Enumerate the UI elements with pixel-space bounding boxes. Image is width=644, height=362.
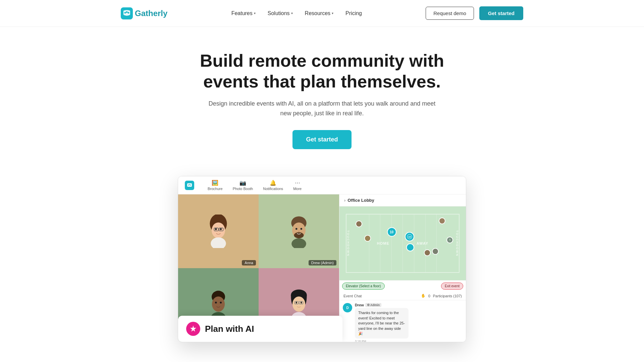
nav-solutions[interactable]: Solutions ▾ [268, 10, 293, 16]
plan-ai-banner[interactable]: Plan with AI [178, 316, 342, 342]
navbar: Gatherly Features ▾ Solutions ▾ Resource… [0, 0, 644, 27]
request-demo-button[interactable]: Request demo [426, 7, 474, 20]
app-nav-notifications[interactable]: 🔔 Notifications [263, 180, 283, 191]
player-group-big: 10 [405, 232, 414, 241]
chat-section: Event Chat ✋ 0 Participants (107) D [339, 292, 466, 342]
svg-point-5 [188, 184, 189, 185]
video-cell-drew: Drew (Admin) [259, 194, 339, 268]
nav-links: Features ▾ Solutions ▾ Resources ▾ Prici… [231, 10, 362, 16]
chat-messages: D Drew ⚙ Admin Thanks for coming to the [339, 300, 466, 342]
plan-ai-icon [186, 322, 200, 336]
app-logo [185, 181, 194, 190]
anna-avatar [205, 215, 232, 248]
elevator-button[interactable]: Elevator (Select a floor) [342, 283, 385, 290]
player-avatar-1 [356, 221, 362, 227]
app-nav-items: 🖼️ Brochure 📷 Photo Booth 🔔 Notification… [208, 180, 302, 191]
chevron-down-icon: ▾ [291, 11, 293, 15]
video-cell-anna: Anna [178, 194, 259, 268]
hand-count: 0 [428, 294, 430, 298]
photo-booth-icon: 📷 [239, 180, 246, 186]
brochure-icon: 🖼️ [212, 180, 218, 186]
svg-point-3 [128, 12, 129, 13]
svg-point-23 [212, 297, 225, 312]
drew-chat-content: Drew ⚙ Admin Thanks for coming to the ev… [355, 303, 409, 342]
event-chat-label: Event Chat [343, 294, 362, 298]
get-started-nav-button[interactable]: Get started [479, 6, 523, 20]
app-nav-more[interactable]: ⋯ More [293, 180, 302, 191]
chat-message-drew: D Drew ⚙ Admin Thanks for coming to the [343, 303, 463, 342]
nav-features[interactable]: Features ▾ [231, 10, 256, 16]
svg-point-15 [211, 238, 226, 248]
home-label: HOME [377, 241, 389, 245]
logo[interactable]: Gatherly [121, 7, 167, 19]
mockup-container: 🖼️ Brochure 📷 Photo Booth 🔔 Notification… [0, 163, 644, 342]
svg-point-20 [301, 228, 302, 230]
player-avatar-4 [439, 218, 445, 224]
app-mockup: 🖼️ Brochure 📷 Photo Booth 🔔 Notification… [178, 176, 466, 342]
more-icon: ⋯ [295, 180, 300, 186]
app-topbar: 🖼️ Brochure 📷 Photo Booth 🔔 Notification… [178, 176, 466, 194]
nav-resources[interactable]: Resources ▾ [305, 10, 333, 16]
anna-label: Anna [242, 260, 256, 265]
svg-point-28 [292, 297, 305, 312]
exit-event-button[interactable]: Exit event [441, 283, 463, 290]
football-field: TOUCHDOWN HOME AWAY TOUCHDOWN [339, 206, 466, 280]
drew-chat-name: Drew ⚙ Admin [355, 303, 409, 307]
chat-header: Event Chat ✋ 0 Participants (107) [339, 292, 466, 300]
svg-point-1 [124, 12, 126, 13]
brand-name: Gatherly [135, 9, 167, 18]
player-avatar-teal [406, 243, 414, 251]
notifications-icon: 🔔 [270, 180, 276, 186]
player-avatar-2 [364, 235, 371, 242]
svg-point-29 [296, 302, 297, 303]
gatherly-logo-icon [121, 7, 133, 19]
hand-raise-icon: ✋ [421, 294, 426, 298]
hero-title: Build remote community with events that … [171, 50, 473, 92]
app-nav-photo-booth[interactable]: 📷 Photo Booth [233, 180, 253, 191]
svg-point-11 [220, 228, 222, 230]
office-lobby-header: › Office Lobby [339, 194, 466, 206]
away-label: AWAY [417, 241, 428, 245]
admin-badge: ⚙ Admin [365, 303, 381, 307]
participants-label: Participants (107) [433, 294, 462, 298]
app-nav-brochure[interactable]: 🖼️ Brochure [208, 180, 223, 191]
drew-chat-bubble: Thanks for coming to the event! Excited … [355, 308, 409, 339]
svg-text:10: 10 [408, 236, 411, 238]
nav-pricing[interactable]: Pricing [345, 10, 362, 16]
field-lines: TOUCHDOWN HOME AWAY TOUCHDOWN [346, 214, 460, 273]
drew-chat-time: 3:18 PM [355, 340, 409, 342]
map-area: TOUCHDOWN HOME AWAY TOUCHDOWN [339, 206, 466, 280]
svg-point-10 [215, 228, 217, 230]
nav-actions: Request demo Get started [426, 6, 523, 20]
expand-icon: › [344, 198, 345, 203]
drew-avatar [285, 215, 312, 248]
get-started-hero-button[interactable]: Get started [292, 130, 351, 149]
svg-point-19 [296, 228, 297, 230]
player-group-10: 10 [387, 227, 396, 237]
player-avatar-6: 5 [446, 237, 453, 243]
svg-point-7 [190, 184, 191, 185]
map-buttons: Elevator (Select a floor) Exit event [339, 280, 466, 292]
svg-point-30 [301, 302, 302, 303]
svg-point-24 [215, 302, 217, 303]
hero-section: Build remote community with events that … [0, 27, 644, 163]
drew-chat-avatar: D [343, 303, 352, 312]
player-avatar-5 [432, 248, 439, 255]
hero-subtitle: Design incredible events with AI, all on… [208, 99, 436, 118]
office-lobby-title: Office Lobby [347, 198, 374, 203]
chevron-down-icon: ▾ [332, 11, 333, 15]
player-avatar-3 [424, 249, 431, 256]
svg-point-18 [294, 232, 304, 238]
plan-ai-label: Plan with AI [205, 324, 254, 334]
svg-point-6 [189, 184, 190, 185]
touchdown-right-text: TOUCHDOWN [455, 230, 459, 256]
svg-point-21 [291, 238, 306, 248]
svg-point-25 [220, 302, 222, 303]
right-panel: › Office Lobby TOUCHDOWN HOME AWAY TOUCH… [339, 194, 466, 342]
admin-icon: ⚙ [367, 303, 370, 307]
chevron-down-icon: ▾ [254, 11, 256, 15]
touchdown-left-text: TOUCHDOWN [346, 230, 350, 256]
drew-label: Drew (Admin) [309, 260, 336, 265]
svg-point-2 [126, 11, 128, 13]
